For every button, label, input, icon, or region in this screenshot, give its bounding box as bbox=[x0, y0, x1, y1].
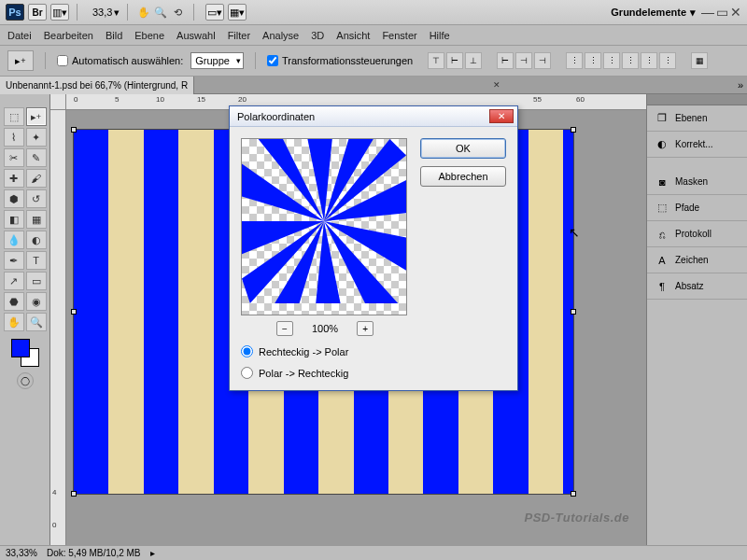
dodge-tool[interactable]: ◐ bbox=[26, 231, 47, 249]
panel-pfade[interactable]: ⬚Pfade bbox=[647, 195, 747, 221]
wand-tool[interactable]: ✦ bbox=[26, 128, 47, 147]
align-right-icon[interactable]: ⊣ bbox=[534, 52, 551, 69]
cancel-button[interactable]: Abbrechen bbox=[420, 166, 506, 187]
separator bbox=[193, 4, 194, 21]
transform-controls-checkbox[interactable]: Transformationssteuerungen bbox=[267, 55, 413, 66]
brush-tool[interactable]: 🖌 bbox=[26, 169, 47, 188]
status-bar: 33,33% Dok: 5,49 MB/10,2 MB ▸ bbox=[0, 545, 747, 560]
marquee-tool[interactable]: ⬚ bbox=[4, 107, 24, 126]
status-arrow-icon[interactable]: ▸ bbox=[150, 548, 155, 558]
distribute-3-icon[interactable]: ⋮ bbox=[603, 52, 620, 69]
tab-close-icon[interactable]: ✕ bbox=[493, 80, 500, 90]
hand-icon[interactable]: ✋ bbox=[135, 4, 152, 21]
separator bbox=[127, 4, 128, 21]
menu-bild[interactable]: Bild bbox=[106, 30, 122, 41]
eyedropper-tool[interactable]: ✎ bbox=[26, 148, 47, 167]
menu-datei[interactable]: Datei bbox=[7, 30, 32, 41]
panel-absatz[interactable]: ¶Absatz bbox=[647, 273, 747, 300]
menu-ebene[interactable]: Ebene bbox=[134, 30, 164, 41]
panel-protokoll[interactable]: ⎌Protokoll bbox=[647, 221, 747, 247]
align-top-icon[interactable]: ⊤ bbox=[428, 52, 444, 69]
ruler-origin[interactable] bbox=[50, 94, 66, 110]
preview-zoom-out-button[interactable]: − bbox=[276, 321, 293, 336]
maximize-button[interactable]: ▭ bbox=[716, 5, 728, 20]
distribute-2-icon[interactable]: ⋮ bbox=[585, 52, 601, 69]
align-vcenter-icon[interactable]: ⊢ bbox=[446, 52, 463, 69]
eraser-tool[interactable]: ◧ bbox=[4, 210, 24, 229]
tool-preset-picker[interactable]: ▸+ bbox=[7, 50, 34, 71]
filter-preview[interactable] bbox=[241, 138, 407, 315]
status-doc-size[interactable]: Dok: 5,49 MB/10,2 MB bbox=[47, 548, 141, 558]
panel-ebenen[interactable]: ❐Ebenen bbox=[647, 105, 747, 132]
3d-tool[interactable]: ⬣ bbox=[4, 292, 24, 311]
ruler-vertical[interactable]: 4 0 bbox=[50, 110, 66, 545]
panel-collapse-bar[interactable] bbox=[647, 94, 747, 105]
preview-zoom-in-button[interactable]: + bbox=[357, 321, 374, 336]
close-button[interactable]: ✕ bbox=[730, 5, 741, 20]
panel-zeichen[interactable]: AZeichen bbox=[647, 247, 747, 273]
history-brush-tool[interactable]: ↺ bbox=[26, 189, 47, 208]
gradient-tool[interactable]: ▦ bbox=[26, 210, 47, 229]
foreground-color[interactable] bbox=[11, 339, 30, 357]
menu-fenster[interactable]: Fenster bbox=[382, 30, 416, 41]
menu-3d[interactable]: 3D bbox=[311, 30, 324, 41]
panel-korrekturen[interactable]: ◐Korrekt... bbox=[647, 132, 747, 158]
transform-handle[interactable] bbox=[571, 491, 576, 497]
document-tab[interactable]: Unbenannt-1.psd bei 66,7% (Hintergrund, … bbox=[0, 77, 194, 94]
color-swatches[interactable] bbox=[11, 339, 39, 367]
crop-tool[interactable]: ✂ bbox=[4, 148, 24, 167]
transform-handle[interactable] bbox=[571, 127, 576, 133]
auto-select-dropdown[interactable]: Gruppe bbox=[190, 52, 244, 69]
menu-auswahl[interactable]: Auswahl bbox=[176, 30, 216, 41]
hand-tool[interactable]: ✋ bbox=[4, 313, 24, 331]
align-left-icon[interactable]: ⊢ bbox=[497, 52, 514, 69]
panel-masken[interactable]: ◙Masken bbox=[647, 169, 747, 195]
move-tool[interactable]: ▸+ bbox=[26, 107, 47, 126]
heal-tool[interactable]: ✚ bbox=[4, 169, 24, 188]
dialog-close-button[interactable]: ✕ bbox=[489, 109, 514, 123]
minimize-button[interactable]: — bbox=[701, 5, 714, 20]
quick-mask-button[interactable]: ◯ bbox=[17, 372, 34, 389]
ruler-tick: 10 bbox=[156, 95, 164, 104]
ok-button[interactable]: OK bbox=[420, 138, 506, 159]
pen-tool[interactable]: ✒ bbox=[4, 251, 24, 270]
type-tool[interactable]: T bbox=[26, 251, 47, 270]
align-bottom-icon[interactable]: ⊥ bbox=[465, 52, 482, 69]
menu-ansicht[interactable]: Ansicht bbox=[336, 30, 370, 41]
status-zoom[interactable]: 33,33% bbox=[6, 548, 37, 558]
tab-overflow-icon[interactable]: » bbox=[734, 79, 747, 91]
transform-handle[interactable] bbox=[71, 309, 77, 315]
blur-tool[interactable]: 💧 bbox=[4, 231, 24, 249]
extras-icon[interactable]: ▦▾ bbox=[228, 4, 247, 21]
menu-analyse[interactable]: Analyse bbox=[262, 30, 299, 41]
menu-hilfe[interactable]: Hilfe bbox=[430, 30, 450, 41]
distribute-1-icon[interactable]: ⋮ bbox=[566, 52, 583, 69]
option-rect-to-polar[interactable]: Rechteckig -> Polar bbox=[241, 345, 409, 357]
lasso-tool[interactable]: ⌇ bbox=[4, 128, 24, 147]
menu-bearbeiten[interactable]: Bearbeiten bbox=[44, 30, 93, 41]
workspace-switcher[interactable]: Grundelemente ▾ bbox=[611, 7, 696, 19]
zoom-level[interactable]: 33,3 ▾ bbox=[92, 7, 120, 19]
transform-handle[interactable] bbox=[571, 309, 576, 315]
distribute-5-icon[interactable]: ⋮ bbox=[641, 52, 657, 69]
zoom-tool[interactable]: 🔍 bbox=[26, 313, 47, 331]
transform-handle[interactable] bbox=[71, 127, 77, 133]
rotate-icon[interactable]: ⟲ bbox=[169, 4, 186, 21]
align-hcenter-icon[interactable]: ⊣ bbox=[515, 52, 532, 69]
menu-filter[interactable]: Filter bbox=[228, 30, 250, 41]
auto-select-checkbox[interactable]: Automatisch auswählen: bbox=[57, 55, 183, 66]
transform-handle[interactable] bbox=[71, 491, 77, 497]
screen-mode-icon[interactable]: ▭▾ bbox=[205, 4, 224, 21]
distribute-4-icon[interactable]: ⋮ bbox=[622, 52, 639, 69]
path-tool[interactable]: ↗ bbox=[4, 272, 24, 290]
shape-tool[interactable]: ▭ bbox=[26, 272, 47, 290]
bridge-icon[interactable]: Br bbox=[28, 4, 47, 21]
auto-align-icon[interactable]: ▦ bbox=[691, 52, 708, 69]
zoom-icon[interactable]: 🔍 bbox=[152, 4, 169, 21]
distribute-6-icon[interactable]: ⋮ bbox=[659, 52, 676, 69]
dialog-titlebar[interactable]: Polarkoordinaten ✕ bbox=[230, 106, 517, 127]
stamp-tool[interactable]: ⬢ bbox=[4, 189, 24, 208]
3d-camera-tool[interactable]: ◉ bbox=[26, 292, 47, 311]
document-arrange-icon[interactable]: ▥▾ bbox=[50, 4, 69, 21]
option-polar-to-rect[interactable]: Polar -> Rechteckig bbox=[241, 367, 409, 379]
